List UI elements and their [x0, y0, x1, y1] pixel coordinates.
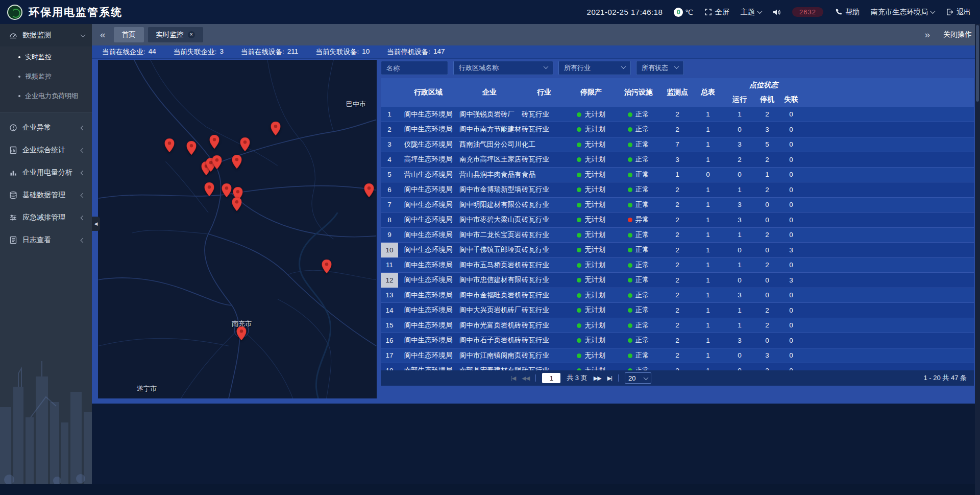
facility-status-dot: [628, 308, 632, 313]
cell-running: 1: [724, 318, 755, 333]
cell-company: 阆中大兴页岩机砖厂: [458, 303, 521, 318]
pagination-bar: |◀ ◀◀ 共 3 页 ▶▶ ▶| 20 1 - 20 共 47 条: [381, 370, 974, 386]
theme-dropdown[interactable]: 主题: [741, 8, 762, 17]
tabs-scroll-left-button[interactable]: «: [96, 29, 110, 40]
table-row[interactable]: 2 阆中生态环境局 阆中市南方节能建材有 砖瓦行业 无计划 正常: [381, 122, 974, 137]
table-row[interactable]: 10 阆中生态环境局 阆中千佛镇五郎垭页岩 砖瓦行业 无计划 正常: [381, 243, 974, 258]
page-number-input[interactable]: [542, 373, 560, 383]
org-dropdown[interactable]: 南充市生态环境局: [871, 8, 935, 17]
map-pin[interactable]: [212, 155, 222, 171]
first-page-button[interactable]: |◀: [511, 375, 516, 382]
table-row[interactable]: 9 阆中生态环境局 阆中市二龙长宝页岩砖 砖瓦行业 无计划 正常: [381, 227, 974, 243]
table-body: 1 阆中生态环境局 阆中强锐页岩砖厂 砖瓦行业 无计划 正常: [381, 107, 974, 370]
table-row[interactable]: 7 阆中生态环境局 阆中明阳建材有限公司 砖瓦行业 无计划 正常: [381, 197, 974, 213]
table-row[interactable]: 6 阆中生态环境局 阆中市金博瑞新型墙材 砖瓦行业 无计划 正常: [381, 182, 974, 198]
database-icon: [9, 191, 17, 199]
sidebar-item-log-view[interactable]: 日志查看: [0, 229, 92, 251]
sidebar-item-base-data[interactable]: 基础数据管理: [0, 184, 92, 206]
map-pin[interactable]: [364, 183, 374, 199]
cell-filler: [803, 363, 974, 371]
cell-stopped: 3: [755, 348, 779, 363]
cell-region: 阆中生态环境局: [398, 273, 458, 288]
cell-lost: 0: [779, 137, 803, 152]
prev-page-button[interactable]: ◀◀: [522, 375, 529, 382]
announcement-button[interactable]: [773, 9, 781, 16]
cell-monitor-points: 2: [663, 122, 692, 137]
cell-stopped: 2: [755, 227, 779, 243]
name-search-input[interactable]: [381, 61, 448, 75]
page-size-select[interactable]: 20: [625, 372, 651, 384]
sidebar-item-company-abnormal[interactable]: 企业异常: [0, 116, 92, 139]
facility-status-dot: [628, 248, 632, 252]
table-row[interactable]: 18 南部生态环境局 南部县宏泰建材有限公 砖瓦行业 无计划 正常: [381, 363, 974, 371]
row-index: 9: [381, 227, 398, 243]
table-row[interactable]: 1 阆中生态环境局 阆中强锐页岩砖厂 砖瓦行业 无计划 正常: [381, 107, 974, 122]
table-row[interactable]: 16 阆中生态环境局 阆中市石子页岩机砖厂 砖瓦行业 无计划 正常: [381, 333, 974, 348]
table-row[interactable]: 12 阆中生态环境局 阆中市忠信建材有限公 砖瓦行业 无计划 正常: [381, 273, 974, 288]
logout-button[interactable]: 退出: [946, 8, 971, 17]
scrollbar[interactable]: [975, 24, 980, 495]
pin-icon: [322, 260, 332, 273]
close-operations-dropdown[interactable]: 关闭操作: [943, 30, 972, 39]
last-page-button[interactable]: ▶|: [607, 375, 612, 382]
sidebar-item-video-monitor[interactable]: 视频监控: [0, 67, 92, 86]
table-row[interactable]: 17 阆中生态环境局 阆中市江南镇阆南页岩 砖瓦行业 无计划 正常: [381, 348, 974, 363]
sidebar-item-data-monitoring[interactable]: 数据监测: [0, 24, 92, 46]
table-row[interactable]: 5 营山生态环境局 营山县润丰肉食品有限 食品 无计划 正常: [381, 167, 974, 182]
sidebar-item-realtime-monitor[interactable]: 实时监控: [0, 48, 92, 67]
next-page-button[interactable]: ▶▶: [594, 375, 601, 382]
table-row[interactable]: 8 阆中生态环境局 阆中市枣碧大梁山页岩 砖瓦行业 无计划 异常: [381, 213, 974, 228]
tabs-scroll-right-button[interactable]: »: [920, 29, 934, 40]
column-header-industry: 行业: [521, 78, 568, 107]
facility-status-dot: [628, 143, 632, 147]
map-pin[interactable]: [210, 135, 219, 151]
cell-industry: 砖瓦行业: [521, 288, 568, 303]
sidebar-item-company-statistics[interactable]: 企业综合统计: [0, 139, 92, 161]
sidebar: 数据监测 实时监控 视频监控 企业电力负荷明细: [0, 24, 92, 484]
map-pin[interactable]: [240, 137, 250, 153]
map-pin[interactable]: [232, 197, 242, 213]
table-row[interactable]: 14 阆中生态环境局 阆中大兴页岩机砖厂 砖瓦行业 无计划 正常: [381, 303, 974, 318]
status-select[interactable]: 所有状态: [636, 61, 684, 75]
limit-status-dot: [577, 353, 581, 358]
fullscreen-button[interactable]: 全屏: [704, 8, 729, 17]
region-select[interactable]: 行政区域名称: [453, 61, 553, 75]
facility-status-dot: [628, 293, 632, 298]
cell-monitor-points: 2: [663, 257, 692, 273]
sidebar-item-emergency-reduction[interactable]: 应急减排管理: [0, 206, 92, 229]
map-pin[interactable]: [232, 155, 242, 171]
map-pin[interactable]: [237, 326, 247, 342]
sidebar-item-power-analysis[interactable]: 企业用电量分析: [0, 161, 92, 184]
table-row[interactable]: 3 仪陇生态环境局 西南油气田分公司川中 化工 无计划 正常: [381, 137, 974, 152]
cell-monitor-points: 7: [663, 137, 692, 152]
sidebar-collapse-handle[interactable]: ◀: [92, 217, 100, 231]
row-index: 6: [381, 182, 398, 198]
facility-status-dot: [628, 173, 632, 177]
scrollbar-thumb[interactable]: [976, 25, 979, 102]
row-index: 12: [381, 273, 398, 288]
map-pin[interactable]: [165, 138, 175, 154]
table-row[interactable]: 13 阆中生态环境局 阆中市金福旺页岩机砖 砖瓦行业 无计划 正常: [381, 288, 974, 303]
map-pin[interactable]: [205, 182, 214, 198]
map-pin[interactable]: [322, 260, 332, 275]
tab-home[interactable]: 首页: [114, 27, 144, 42]
map-pin[interactable]: [271, 122, 281, 137]
cell-filler: [803, 137, 974, 152]
row-index: 11: [381, 257, 398, 273]
cell-company: 阆中市石子页岩机砖厂: [458, 333, 521, 348]
table-row[interactable]: 15 阆中生态环境局 阆中市光富页岩机砖厂 砖瓦行业 无计划 正常: [381, 318, 974, 333]
industry-select[interactable]: 所有行业: [558, 61, 631, 75]
map-city-label: 巴中市: [346, 100, 366, 109]
sidebar-item-power-load-detail[interactable]: 企业电力负荷明细: [0, 86, 92, 106]
map-pin[interactable]: [187, 141, 197, 157]
tab-realtime-monitor[interactable]: 实时监控 ×: [148, 27, 203, 42]
map-pin[interactable]: [222, 183, 232, 199]
cell-stopped: 0: [755, 243, 779, 258]
map-panel[interactable]: 巴中市 南充市 遂宁市: [98, 60, 377, 398]
cell-total-meter: 1: [692, 227, 724, 243]
table-row[interactable]: 11 阆中生态环境局 阆中市五马桥页岩机砖 砖瓦行业 无计划 正常: [381, 257, 974, 273]
close-tab-icon[interactable]: ×: [188, 31, 195, 38]
cell-running: 0: [724, 348, 755, 363]
table-row[interactable]: 4 高坪生态环境局 南充市高坪区王家店建 砖瓦行业 无计划 正常: [381, 152, 974, 168]
help-button[interactable]: 帮助: [835, 8, 860, 17]
